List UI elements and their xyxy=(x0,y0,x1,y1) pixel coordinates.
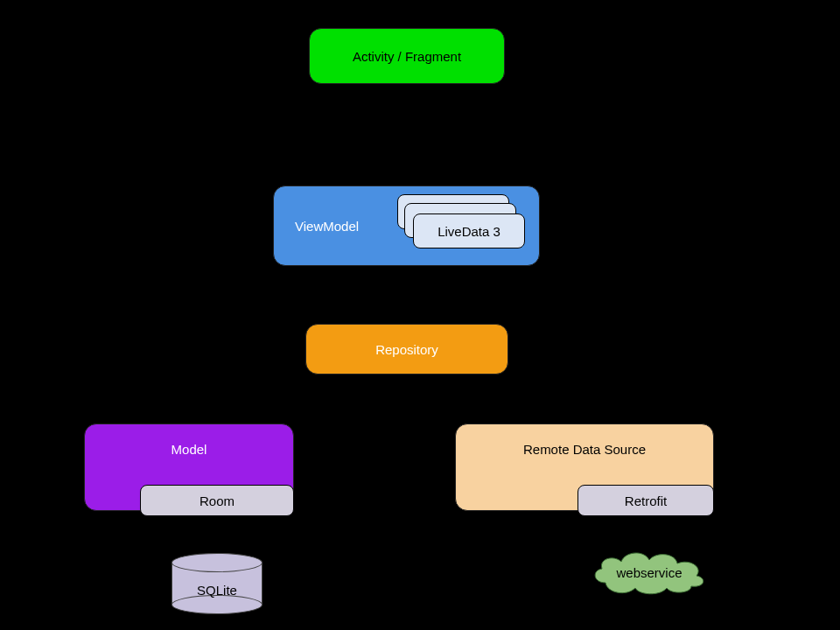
svg-marker-9 xyxy=(212,542,222,553)
arrow-viewmodel-repository xyxy=(398,266,416,324)
room-node: Room xyxy=(140,485,294,516)
repository-node: Repository xyxy=(305,324,508,374)
sqlite-label: SQLite xyxy=(172,583,262,598)
webservice-label: webservice xyxy=(588,565,710,580)
sqlite-node: SQLite xyxy=(172,553,262,614)
arrow-retrofit-webservice xyxy=(637,516,654,550)
retrofit-node: Retrofit xyxy=(578,485,714,516)
viewmodel-label: ViewModel xyxy=(295,186,359,265)
repository-label: Repository xyxy=(375,342,438,357)
svg-line-6 xyxy=(460,376,604,420)
arrow-room-sqlite xyxy=(208,516,226,553)
activity-label: Activity / Fragment xyxy=(353,49,461,64)
livedata-card-front: LiveData 3 xyxy=(413,214,525,248)
arrow-activity-viewmodel xyxy=(398,84,416,186)
svg-line-4 xyxy=(201,376,359,420)
svg-marker-1 xyxy=(402,175,412,186)
livedata-label: LiveData 3 xyxy=(438,224,500,239)
retrofit-label: Retrofit xyxy=(625,494,667,508)
activity-node: Activity / Fragment xyxy=(309,28,505,84)
model-label: Model xyxy=(85,442,293,457)
remote-label: Remote Data Source xyxy=(456,442,713,457)
room-label: Room xyxy=(200,494,234,508)
svg-marker-3 xyxy=(402,313,412,324)
webservice-node: webservice xyxy=(588,546,710,595)
